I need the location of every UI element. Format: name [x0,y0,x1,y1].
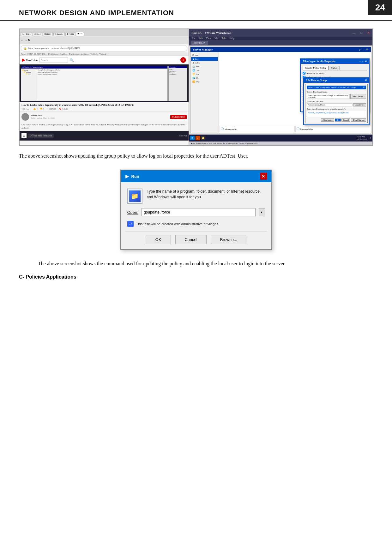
user-avatar[interactable]: S [180,57,186,63]
vm-start-btn[interactable]: ⊞ [190,136,195,140]
vmware-toolbar: Root-DC - VMware Workstation — □ ✕ [189,29,372,37]
vm-tab-root[interactable]: Root-DC ✕ [191,41,208,45]
vmware-maximize[interactable]: □ [361,31,362,34]
like-btn[interactable]: 👍 1 [33,108,38,110]
sm-close[interactable]: ✕ [366,48,368,51]
object-type-value: Users, Service Accounts, Groups, or Buil… [307,94,350,99]
win-taskbar: ⊞ O Type here to search 9:16 PM [20,131,189,141]
start-btn[interactable]: ⊞ [21,133,27,138]
run-ok-button[interactable]: OK [146,235,171,244]
run-cancel-button[interactable]: Cancel [175,235,206,244]
run-folder-icon-inner: 📁 [129,190,141,202]
sm-nav-dns[interactable]: 🌐 ON: [191,69,218,72]
edit-menu[interactable]: Edit [199,37,203,40]
run-browse-button[interactable]: Browse... [211,235,246,244]
allow-logon-title-text: Allow log on locally Properties [303,60,335,63]
folder-symbol: 📁 [131,192,139,200]
select-users-close[interactable]: ✕ [363,86,365,89]
page-number: 24 [368,0,392,15]
check-names-btn[interactable]: Check Names [351,118,366,122]
manageability-2: Manageability [300,128,313,130]
location-row: Activedirectory16.com Locations... [307,103,366,106]
sm-nav-ad[interactable]: 🏢 AD I [191,65,218,69]
screenshot-inner: My Dri... Order | ■ (126) G Inhal... ■ (… [19,29,373,146]
allow-log-check[interactable]: Allow log on locally [303,72,367,75]
sm-nav-local[interactable]: ▲ Loc [191,57,218,61]
select-users-buttons: Advanced... OK Cancel Check Names [307,118,366,122]
tab-active[interactable]: ■ × + [76,32,84,36]
explain-tab[interactable]: Explain [329,66,340,70]
channel-date: Published on Mar 10, 2018 [31,117,168,119]
dialog-close[interactable]: ✕ [365,60,367,63]
security-tab[interactable]: Security Policy Setting [303,66,329,70]
youtube-logo: ▶ YouTube [22,58,38,63]
dialog-maximize[interactable]: □ [362,60,364,63]
address-bar[interactable]: 🔒 https://www.youtube.com/watch?v=hniQhf… [21,45,187,51]
run-open-input[interactable] [142,208,256,216]
sm-question[interactable]: ? [359,48,360,51]
add-user-close[interactable]: ✕ [365,79,367,82]
file-menu[interactable]: File [191,37,195,40]
more-btn[interactable]: ··· [69,108,71,110]
clock: 9:16 PM [179,135,187,137]
apps-bar: Apps CCNA 20_SDN PR... IP Addresses And … [20,52,189,56]
top-screenshot: My Dri... Order | ■ (126) G Inhal... ■ (… [19,28,373,146]
share-btn[interactable]: ➦ SHARE [46,108,56,110]
reload-btn[interactable]: ↻ [28,39,30,42]
tab-102[interactable]: ■ (102) [65,32,75,36]
vmware-minimize[interactable]: — [353,31,356,34]
sm-nav-dashboard[interactable]: ⊞ Das [191,53,218,57]
yt-video-info: How to Enable Allow logon locally in win… [20,102,189,111]
vmware-close[interactable]: ✕ [367,31,370,34]
youtube-panel: My Dri... Order | ■ (126) G Inhal... ■ (… [20,29,189,145]
taskbar-search[interactable]: O Type here to search [28,134,54,138]
dislike-btn[interactable]: 👎 0 [39,108,44,110]
select-cancel-btn[interactable]: Cancel [341,118,351,122]
run-dropdown-btn[interactable]: ▼ [259,208,265,216]
server-manager: Server Manager ? — ✕ ⊞ Das ▲ Loc [190,47,371,133]
vm-content: Server Manager ? — ✕ ⊞ Das ▲ Loc [189,45,372,145]
run-folder-icon: 📁 [127,189,142,204]
run-footer-buttons: OK Cancel Browse... [121,232,271,249]
sm-nav-all[interactable]: 🖥 All S [191,61,218,65]
dialog-minimize[interactable]: — [359,60,361,63]
forward-btn[interactable]: → [24,39,27,42]
allow-checkbox[interactable] [303,72,305,75]
yt-search-input[interactable]: Search [39,57,68,63]
channel-info: Server Info Published on Mar 10, 2018 [31,114,168,119]
tab-inhabit[interactable]: G Inhal... [53,32,65,36]
object-type-row: Users, Service Accounts, Groups, or Buil… [307,94,366,99]
object-names-field[interactable]: ADTest_User;ADTest_User@Activedirectory1… [307,111,366,117]
vm-folder-btn[interactable]: 📁 [201,136,205,140]
tabs-menu[interactable]: Tabs [222,37,226,40]
search-icon[interactable]: 🔍 [70,58,74,62]
help-menu[interactable]: Help [230,37,235,40]
save-btn[interactable]: 🔖 SAVE [59,108,68,110]
manageability-tiles: ⓘ Manageability ⓘ Manageability [219,125,371,133]
sm-content: ⊞ Das ▲ Loc 🖥 All S 🏢 AD I 🌐 ON: 📁 File … [190,52,371,133]
advanced-btn[interactable]: Advanced... [321,118,334,122]
locations-btn[interactable]: Locations... [353,103,366,106]
sm-nav-wins[interactable]: 📶 Win [191,80,218,84]
back-btn[interactable]: ← [21,39,24,42]
sm-nav-file[interactable]: 📁 File [191,72,218,76]
vmware-title: Root-DC - VMware Workstation [191,31,231,34]
tab-mydrive[interactable]: My Dri... [21,32,32,36]
channel-name: Server Info [31,114,168,117]
tab-bar: My Dri... Order | ■ (126) G Inhal... ■ (… [20,29,189,36]
vm-ie-btn[interactable]: e [196,136,200,140]
select-ok-btn[interactable]: OK [335,118,341,122]
object-types-btn[interactable]: Object Types... [350,94,366,99]
tab-order[interactable]: Order | [33,32,42,36]
subscribe-button[interactable]: SUBSCRIBE [170,115,187,119]
run-close-button[interactable]: ✕ [260,173,267,180]
sm-minimize[interactable]: — [362,48,365,51]
sm-nav-iis[interactable]: 🌍 IIS [191,76,218,80]
page-header: NETWORK DESIGN AND IMPLEMENTATION [0,0,392,21]
vm-menu[interactable]: VM [214,37,219,40]
yt-channel-row: Server Info Published on Mar 10, 2018 SU… [20,111,189,122]
add-user-title-bar: Add User or Group ✕ [304,78,369,83]
view-menu[interactable]: View [206,37,211,40]
tab-126[interactable]: ■ (126) [43,32,53,36]
yt-video-title: How to Enable Allow logon locally in win… [21,104,187,107]
